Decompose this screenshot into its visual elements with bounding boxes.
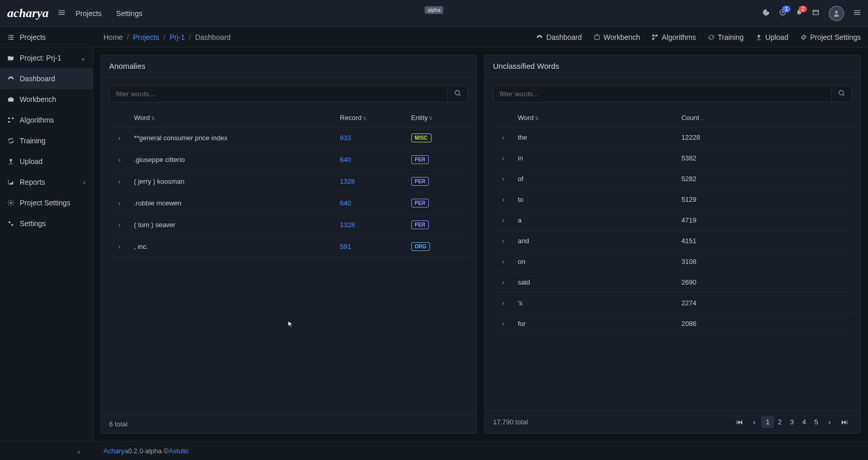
anomalies-filter-input[interactable] <box>109 85 448 102</box>
footer-company-link[interactable]: Astutic <box>169 447 189 455</box>
sidebar-item-upload[interactable]: Upload <box>0 151 93 172</box>
cell-word: for <box>514 314 677 334</box>
expand-row-icon[interactable]: › <box>109 171 130 192</box>
anomalies-table: Word⇅ Record⇅ Entity⇅ ›**general consume… <box>109 109 468 258</box>
gauge-icon <box>7 75 14 82</box>
topnav-projects[interactable]: Projects <box>76 9 102 18</box>
brand-logo: acharya <box>7 6 49 20</box>
page-1[interactable]: 1 <box>761 416 773 428</box>
expand-row-icon[interactable]: › <box>493 127 514 148</box>
crumb-project[interactable]: Prj-1 <box>170 33 185 41</box>
sidebar-item-label: Project Settings <box>20 199 70 207</box>
page-prev[interactable]: ‹ <box>749 416 759 428</box>
topnav: Projects Settings <box>76 9 142 18</box>
record-link[interactable]: 591 <box>340 243 351 250</box>
cell-word: 's <box>514 293 677 314</box>
jobs-icon[interactable]: 1 <box>779 9 786 18</box>
sidebar-item-algorithms[interactable]: Algorithms <box>0 110 93 130</box>
record-link[interactable]: 640 <box>340 199 351 207</box>
footer-version: 0.2.0-alpha © <box>128 447 169 455</box>
expand-row-icon[interactable]: › <box>109 127 130 149</box>
secnav-dashboard[interactable]: Dashboard <box>536 33 582 41</box>
topbar: acharya Projects Settings alpha 1 2 <box>0 0 868 27</box>
secnav-algorithms[interactable]: Algorithms <box>651 33 696 41</box>
right-menu-icon[interactable] <box>854 9 861 18</box>
table-row: ›on3108 <box>493 251 852 272</box>
expand-row-icon[interactable]: › <box>493 293 514 314</box>
unclassified-search-button[interactable] <box>832 85 852 102</box>
unclassified-table: Word⇅ Count⌄ ›the12228›in5382›of5282›to5… <box>493 109 852 334</box>
expand-row-icon[interactable]: › <box>109 214 130 236</box>
secnav-upload[interactable]: Upload <box>755 33 788 41</box>
main-content: Anomalies Word⇅ Record⇅ Entity⇅ ›**gener… <box>93 48 868 441</box>
secnav-training[interactable]: Training <box>708 33 744 41</box>
record-link[interactable]: 640 <box>340 156 351 164</box>
expand-row-icon[interactable]: › <box>493 251 514 272</box>
col-entity[interactable]: Entity⇅ <box>407 109 468 127</box>
page-3[interactable]: 3 <box>786 416 798 428</box>
page-4[interactable]: 4 <box>798 416 810 428</box>
expand-row-icon[interactable]: › <box>493 189 514 210</box>
sidebar-item-workbench[interactable]: Workbench <box>0 89 93 110</box>
sidebar-item-reports[interactable]: Reports ‹ <box>0 172 93 192</box>
cell-word: .giuseppe citterio <box>130 149 336 171</box>
secnav-project-settings[interactable]: Project Settings <box>800 33 861 41</box>
page-next[interactable]: › <box>825 416 835 428</box>
page-5[interactable]: 5 <box>810 416 822 428</box>
sidebar-item-training[interactable]: Training <box>0 130 93 151</box>
col-record[interactable]: Record⇅ <box>336 109 407 127</box>
unclassified-title: Unclassified Words <box>485 55 860 77</box>
sidebar-item-label: Algorithms <box>20 116 54 124</box>
unclassified-footer: 17,790 total ⏮ ‹ 12345 › ⏭ <box>485 410 860 433</box>
page-first[interactable]: ⏮ <box>732 416 747 428</box>
window-icon[interactable] <box>812 9 819 18</box>
page-2[interactable]: 2 <box>774 416 786 428</box>
svg-rect-8 <box>8 98 14 101</box>
expand-row-icon[interactable]: › <box>493 272 514 293</box>
cell-word: of <box>514 169 677 189</box>
table-row: ›for2086 <box>493 314 852 334</box>
expand-row-icon[interactable]: › <box>493 314 514 334</box>
record-link[interactable]: 933 <box>340 134 351 142</box>
sidebar-item-project-settings[interactable]: Project Settings <box>0 192 93 213</box>
topnav-settings[interactable]: Settings <box>116 9 143 18</box>
sidebar-collapse-icon[interactable]: ‹ <box>78 448 80 456</box>
notifications-icon[interactable]: 2 <box>796 9 803 18</box>
cell-count: 5129 <box>677 189 852 210</box>
anomalies-title: Anomalies <box>101 55 476 77</box>
anomalies-search-button[interactable] <box>448 85 468 102</box>
sidebar-project-selector[interactable]: Project: Prj-1 ⌄ <box>0 48 93 68</box>
unclassified-filter-input[interactable] <box>493 85 832 102</box>
menu-toggle-icon[interactable] <box>58 9 65 18</box>
table-row: ›( jerry ) koosman1328PER <box>109 171 468 192</box>
sidebar-item-settings[interactable]: Settings <box>0 213 93 234</box>
secnav-workbench[interactable]: Workbench <box>593 33 640 41</box>
col-count[interactable]: Count⌄ <box>677 109 852 127</box>
record-link[interactable]: 1328 <box>340 177 355 185</box>
briefcase-icon <box>7 96 14 103</box>
expand-row-icon[interactable]: › <box>493 169 514 189</box>
col-word[interactable]: Word⇅ <box>514 109 677 127</box>
expand-row-icon[interactable]: › <box>109 192 130 214</box>
unclassified-total: 17,790 total <box>493 418 528 426</box>
cell-entity: MISC <box>407 127 468 149</box>
expand-row-icon[interactable]: › <box>493 148 514 169</box>
page-last[interactable]: ⏭ <box>837 416 852 428</box>
user-avatar[interactable] <box>829 6 844 21</box>
expand-row-icon[interactable]: › <box>493 210 514 231</box>
expand-row-icon[interactable]: › <box>109 236 130 258</box>
record-link[interactable]: 1328 <box>340 221 355 229</box>
cell-count: 12228 <box>677 127 852 148</box>
expand-row-icon[interactable]: › <box>109 149 130 171</box>
project-selector-label: Project: Prj-1 <box>20 54 62 62</box>
expand-row-icon[interactable]: › <box>493 231 514 251</box>
cell-count: 2274 <box>677 293 852 314</box>
sidebar-item-label: Workbench <box>20 95 56 103</box>
cell-entity: PER <box>407 192 468 214</box>
col-word[interactable]: Word⇅ <box>130 109 336 127</box>
theme-toggle-icon[interactable] <box>762 9 770 18</box>
footer-app-link[interactable]: Acharya <box>103 447 128 455</box>
svg-point-17 <box>839 91 844 95</box>
crumb-projects[interactable]: Projects <box>133 33 159 41</box>
sidebar-item-dashboard[interactable]: Dashboard <box>0 68 93 89</box>
